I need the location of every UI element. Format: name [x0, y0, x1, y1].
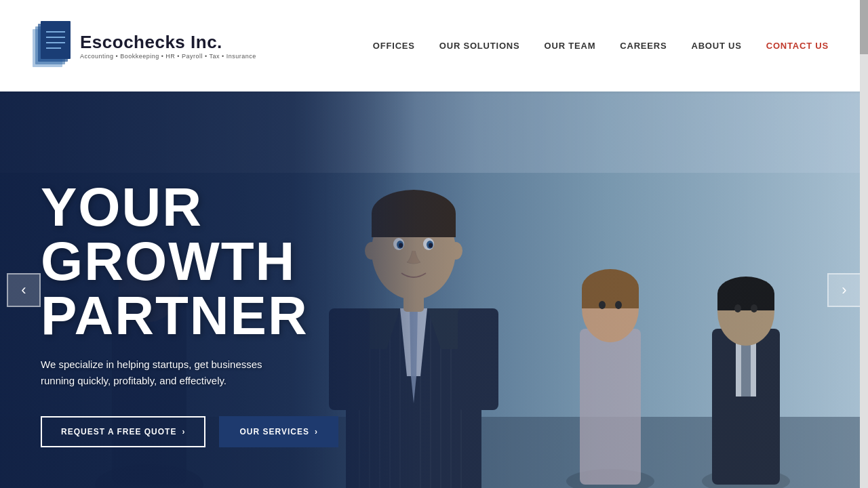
hero-subtitle: We specialize in helping startups, get b… [41, 357, 298, 389]
nav-about-us[interactable]: ABOUT US [679, 34, 753, 58]
logo-area[interactable]: Escochecks Inc. Accounting • Bookkeeping… [27, 20, 256, 73]
hero-title: YOUR GROWTH PARTNER [41, 180, 309, 343]
nav-careers[interactable]: CAREERS [608, 34, 679, 58]
our-services-icon: › [315, 427, 318, 436]
scrollbar-thumb[interactable] [860, 0, 868, 54]
nav-our-solutions[interactable]: OUR SOLUTIONS [427, 34, 532, 58]
logo-icon [27, 20, 73, 73]
prev-arrow-icon: ‹ [21, 281, 26, 299]
request-quote-label: REQUEST A FREE QUOTE [61, 427, 176, 436]
hero-section: YOUR GROWTH PARTNER We specialize in hel… [0, 92, 868, 488]
nav-our-team[interactable]: OUR TEAM [532, 34, 608, 58]
logo-text: Escochecks Inc. Accounting • Bookkeeping… [80, 32, 256, 60]
hero-title-line1: YOUR [41, 177, 203, 237]
main-nav: OFFICES OUR SOLUTIONS OUR TEAM CAREERS A… [361, 34, 841, 58]
request-quote-icon: › [182, 427, 185, 436]
our-services-button[interactable]: OUR SERVICES › [219, 416, 338, 447]
request-quote-button[interactable]: REQUEST A FREE QUOTE › [41, 416, 205, 447]
carousel-prev-button[interactable]: ‹ [7, 273, 41, 307]
nav-offices[interactable]: OFFICES [361, 34, 427, 58]
next-arrow-icon: › [842, 281, 846, 299]
hero-buttons: REQUEST A FREE QUOTE › OUR SERVICES › [41, 416, 338, 447]
hero-title-line2: GROWTH [41, 231, 296, 291]
carousel-next-button[interactable]: › [827, 273, 861, 307]
svg-rect-3 [41, 21, 71, 59]
company-name: Escochecks Inc. [80, 32, 256, 53]
header: Escochecks Inc. Accounting • Bookkeeping… [0, 0, 868, 92]
our-services-label: OUR SERVICES [239, 427, 309, 436]
hero-title-line3: PARTNER [41, 285, 309, 346]
company-tagline: Accounting • Bookkeeping • HR • Payroll … [80, 53, 256, 60]
nav-contact-us[interactable]: CONTACT US [754, 34, 841, 58]
hero-content: YOUR GROWTH PARTNER We specialize in hel… [0, 92, 868, 488]
scrollbar-track [860, 0, 868, 488]
